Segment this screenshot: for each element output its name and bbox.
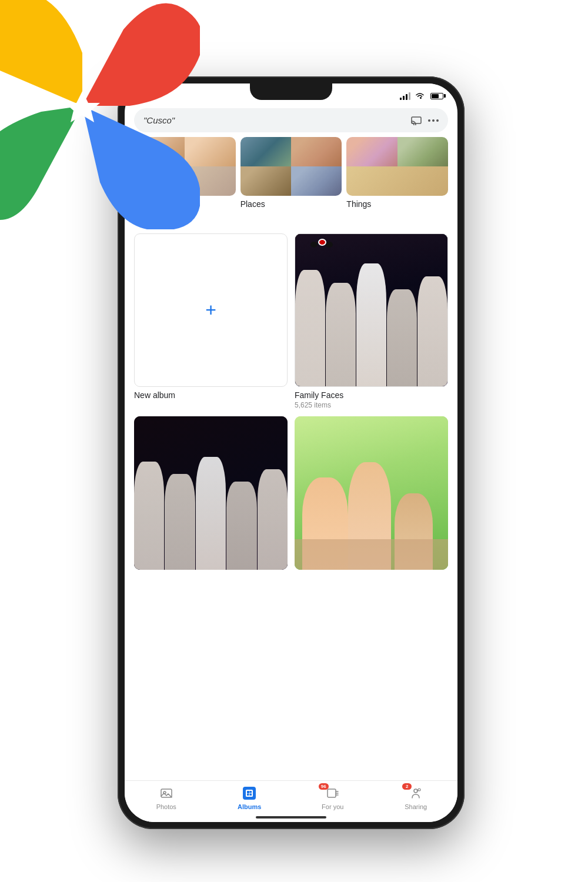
phone-notch [250, 83, 332, 100]
sharing-badge: 2 [402, 783, 412, 790]
albums-nav-icon [242, 786, 257, 801]
cast-icon[interactable] [410, 116, 422, 125]
svg-rect-9 [250, 791, 252, 793]
svg-point-14 [418, 789, 420, 791]
explore-things[interactable]: Things [346, 137, 448, 209]
outdoor-party-album[interactable] [295, 416, 448, 570]
svg-rect-10 [247, 794, 249, 796]
explore-things-label: Things [346, 199, 448, 209]
battery-icon [430, 93, 443, 99]
svg-rect-11 [250, 794, 252, 796]
more-options-icon[interactable] [428, 119, 439, 122]
google-photos-logo [0, 0, 259, 288]
family-faces-label: Family Faces [295, 390, 448, 400]
nav-for-you[interactable]: 96 For you [291, 786, 375, 810]
nav-sharing[interactable]: 2 Sharing [375, 786, 458, 810]
svg-rect-8 [247, 791, 249, 793]
family-faces-album[interactable]: Family Faces 5,625 items [295, 233, 448, 409]
for-you-badge: 96 [319, 783, 329, 790]
sharing-nav-label: Sharing [405, 803, 427, 810]
signal-indicator [400, 92, 410, 100]
albums-partial-row [125, 416, 457, 570]
svg-rect-7 [246, 790, 253, 797]
albums-nav-label: Albums [238, 803, 261, 810]
nav-albums[interactable]: Albums [208, 786, 292, 810]
plus-icon: + [205, 299, 216, 321]
svg-rect-12 [328, 789, 336, 797]
disney-album-partial[interactable] [134, 416, 288, 570]
photos-nav-label: Photos [156, 803, 176, 810]
svg-point-3 [432, 119, 435, 122]
home-indicator [256, 816, 326, 818]
svg-rect-1 [412, 117, 421, 123]
family-faces-count: 5,625 items [295, 401, 448, 409]
new-album-label: New album [134, 390, 288, 400]
wifi-icon [415, 92, 425, 99]
for-you-nav-icon: 96 [325, 786, 340, 801]
svg-point-2 [428, 119, 430, 122]
for-you-nav-label: For you [322, 803, 343, 810]
nav-photos[interactable]: Photos [125, 786, 208, 810]
photos-nav-icon [159, 786, 174, 801]
sharing-nav-icon: 2 [408, 786, 423, 801]
svg-point-4 [436, 119, 439, 122]
